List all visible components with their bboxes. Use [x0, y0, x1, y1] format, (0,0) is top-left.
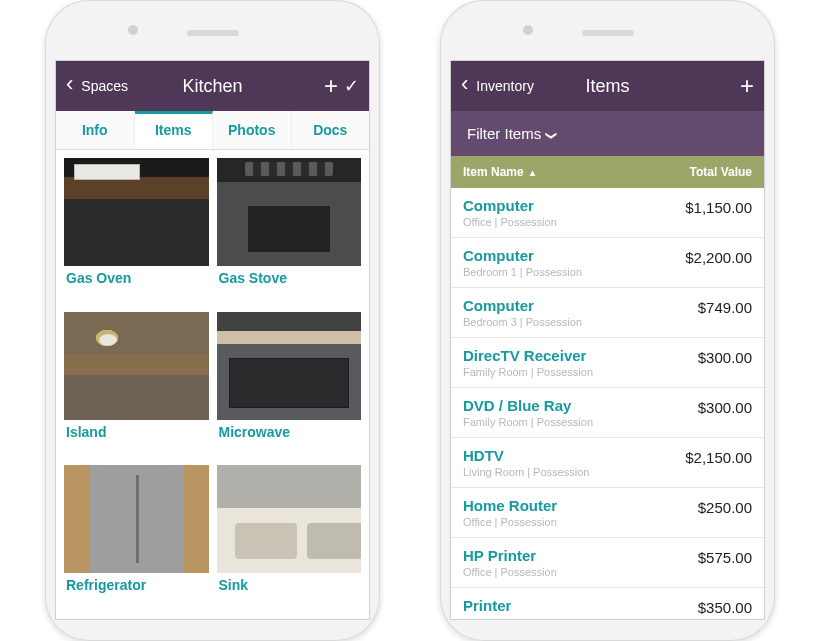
row-item-sub: Office | Possession: [463, 216, 648, 228]
table-row[interactable]: Home RouterOffice | Possession$250.00: [451, 488, 764, 538]
item-card[interactable]: Island: [64, 312, 209, 458]
row-item-name: Computer: [463, 247, 648, 264]
row-item-sub: Office | Possession: [463, 566, 648, 578]
filter-label: Filter Items: [467, 125, 541, 142]
filter-dropdown[interactable]: Filter Items: [451, 111, 764, 156]
table-row[interactable]: Printer$350.00: [451, 588, 764, 619]
row-item-name: HP Printer: [463, 547, 648, 564]
chevron-down-icon: [547, 125, 556, 142]
back-button[interactable]: Inventory: [461, 78, 535, 94]
tab-photos[interactable]: Photos: [213, 111, 292, 149]
row-item-value: $300.00: [648, 397, 752, 416]
item-thumbnail: [64, 158, 209, 266]
header-bar: Inventory Items +: [451, 61, 764, 111]
item-label: Gas Stove: [217, 266, 362, 288]
item-card[interactable]: Gas Oven: [64, 158, 209, 304]
tab-info[interactable]: Info: [56, 111, 135, 149]
row-item-name: Home Router: [463, 497, 648, 514]
table-row[interactable]: ComputerOffice | Possession$1,150.00: [451, 188, 764, 238]
row-item-value: $300.00: [648, 347, 752, 366]
row-item-value: $1,150.00: [648, 197, 752, 216]
row-item-value: $350.00: [648, 597, 752, 616]
back-label: Inventory: [476, 78, 534, 94]
row-item-value: $575.00: [648, 547, 752, 566]
add-button[interactable]: +: [324, 72, 338, 100]
tab-bar: Info Items Photos Docs: [56, 111, 369, 150]
page-title: Kitchen: [140, 76, 285, 97]
item-thumbnail: [217, 158, 362, 266]
add-button[interactable]: +: [740, 72, 754, 100]
item-thumbnail: [64, 312, 209, 420]
item-thumbnail: [217, 312, 362, 420]
row-item-sub: Family Room | Possession: [463, 366, 648, 378]
table-body: ComputerOffice | Possession$1,150.00Comp…: [451, 188, 764, 619]
item-card[interactable]: Gas Stove: [217, 158, 362, 304]
item-label: Gas Oven: [64, 266, 209, 288]
item-label: Refrigerator: [64, 573, 209, 595]
item-label: Island: [64, 420, 209, 442]
column-header-name[interactable]: Item Name: [451, 156, 654, 188]
table-row[interactable]: DVD / Blue RayFamily Room | Possession$3…: [451, 388, 764, 438]
tab-items[interactable]: Items: [135, 111, 214, 149]
table-row[interactable]: ComputerBedroom 3 | Possession$749.00: [451, 288, 764, 338]
item-card[interactable]: Microwave: [217, 312, 362, 458]
row-item-value: $749.00: [648, 297, 752, 316]
row-item-value: $2,200.00: [648, 247, 752, 266]
page-title: Items: [535, 76, 680, 97]
row-item-value: $2,150.00: [648, 447, 752, 466]
table-row[interactable]: HP PrinterOffice | Possession$575.00: [451, 538, 764, 588]
row-item-name: Computer: [463, 297, 648, 314]
row-item-name: DVD / Blue Ray: [463, 397, 648, 414]
table-header: Item Name Total Value: [451, 156, 764, 188]
confirm-button[interactable]: ✓: [344, 75, 359, 97]
table-row[interactable]: ComputerBedroom 1 | Possession$2,200.00: [451, 238, 764, 288]
table-row[interactable]: DirecTV ReceiverFamily Room | Possession…: [451, 338, 764, 388]
row-item-name: Computer: [463, 197, 648, 214]
item-card[interactable]: Refrigerator: [64, 465, 209, 611]
row-item-sub: Bedroom 1 | Possession: [463, 266, 648, 278]
item-thumbnail: [64, 465, 209, 573]
screen: Inventory Items + Filter Items Item Name…: [450, 60, 765, 620]
screen: Spaces Kitchen + ✓ Info Items Photos Doc…: [55, 60, 370, 620]
item-card[interactable]: Sink: [217, 465, 362, 611]
row-item-value: $250.00: [648, 497, 752, 516]
row-item-sub: Family Room | Possession: [463, 416, 648, 428]
row-item-name: HDTV: [463, 447, 648, 464]
header-bar: Spaces Kitchen + ✓: [56, 61, 369, 111]
item-label: Sink: [217, 573, 362, 595]
column-header-value[interactable]: Total Value: [654, 156, 764, 188]
sort-asc-icon: [528, 165, 535, 179]
row-item-name: DirecTV Receiver: [463, 347, 648, 364]
item-label: Microwave: [217, 420, 362, 442]
chevron-left-icon: [461, 78, 470, 94]
item-thumbnail: [217, 465, 362, 573]
item-grid: Gas OvenGas StoveIslandMicrowaveRefriger…: [56, 150, 369, 619]
table-row[interactable]: HDTVLiving Room | Possession$2,150.00: [451, 438, 764, 488]
chevron-left-icon: [66, 78, 75, 94]
row-item-sub: Office | Possession: [463, 516, 648, 528]
phone-left: Spaces Kitchen + ✓ Info Items Photos Doc…: [45, 0, 380, 641]
row-item-name: Printer: [463, 597, 648, 614]
back-label: Spaces: [81, 78, 128, 94]
tab-docs[interactable]: Docs: [292, 111, 370, 149]
back-button[interactable]: Spaces: [66, 78, 140, 94]
row-item-sub: Living Room | Possession: [463, 466, 648, 478]
row-item-sub: Bedroom 3 | Possession: [463, 316, 648, 328]
phone-right: Inventory Items + Filter Items Item Name…: [440, 0, 775, 641]
